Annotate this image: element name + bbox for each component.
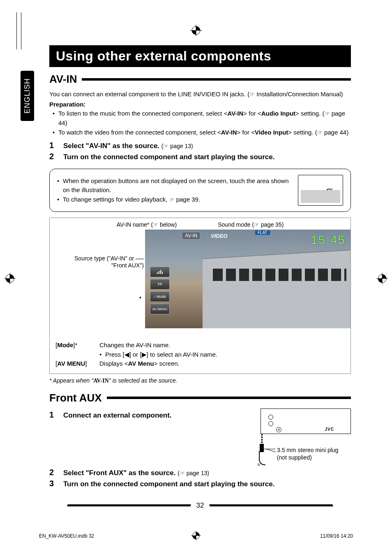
func-key-avmenu: [AV MENU] (55, 359, 95, 369)
footer-filename: EN_KW-AV50EU.indb 32 (39, 533, 94, 539)
step-number: 3 (49, 479, 57, 488)
screen-function-table: [Mode]* Changes the AV-IN name. Press [◀… (50, 337, 350, 374)
page-number: 32 (191, 501, 210, 510)
avin-step-1: 1 Select "AV-IN" as the source. (☞ page … (49, 141, 351, 150)
pointer-icon: ☞ (254, 221, 259, 228)
svg-rect-10 (159, 271, 159, 274)
aux-step-2: 2 Select "Front AUX" as the source. (☞ p… (49, 468, 351, 477)
screen-tp-button[interactable]: TP (150, 279, 170, 290)
func-row-mode: [Mode]* Changes the AV-IN name. Press [◀… (55, 341, 345, 359)
step-number: 1 (49, 141, 57, 150)
step-text: Select "AV-IN" as the source. (☞ page 13… (63, 142, 193, 150)
tip-box: When the operation buttons are not displ… (49, 169, 351, 212)
prep-bullet-video: To watch the video from the connected co… (53, 128, 351, 137)
crop-mark-left (4, 273, 16, 284)
page-number-ornament: 32 (49, 501, 351, 510)
avin-footnote: * Appears when "AV-IN" is selected as th… (49, 377, 351, 384)
callout-star: * (139, 295, 141, 302)
callout-source-type: Source type ("AV-IN" or "Front AUX") (55, 255, 144, 269)
preparation-bullets: To listen to the music from the connecte… (53, 109, 351, 138)
pointer-icon: ☞ (249, 91, 255, 97)
svg-rect-9 (157, 272, 158, 274)
section-heading-aux: Front AUX (49, 392, 351, 404)
crop-mark-right (376, 273, 388, 284)
page-edge-lines (16, 12, 29, 49)
step-number: 1 (49, 410, 57, 420)
aux-connection-diagram: JVC 3.5 mm stereo mini plug (not supplie… (244, 408, 351, 466)
crop-mark-bottom (191, 531, 201, 542)
section-heading-aux-text: Front AUX (49, 392, 102, 404)
screen-sound-mode-badge: FLAT (255, 230, 270, 235)
pointer-icon: ☞ (325, 110, 330, 117)
device-outline: JVC (261, 408, 351, 434)
avin-step-2: 2 Turn on the connected component and st… (49, 152, 351, 161)
hand-icon (324, 187, 341, 204)
leader-line (264, 449, 275, 449)
preparation-label: Preparation: (49, 101, 351, 108)
pointer-icon: ☞ (153, 221, 158, 228)
aux-step-1: 1 Connect an external component. (49, 410, 232, 420)
step-number: 2 (49, 152, 57, 161)
svg-rect-12 (162, 272, 163, 274)
pointer-icon: ☞ (169, 196, 175, 203)
jvc-logo: JVC (325, 427, 334, 432)
screen-source-tag: AV-IN (182, 232, 200, 239)
section-heading-avin-text: AV-IN (49, 73, 77, 86)
print-footer: EN_KW-AV50EU.indb 32 11/09/16 14:20 (39, 533, 353, 539)
func-key-mode: [Mode]* (55, 341, 95, 359)
cable-icon (259, 451, 265, 465)
aux-jack-icon (276, 427, 281, 432)
pointer-icon: ☞ (317, 129, 323, 136)
device-screenshot: AV-IN VIDEO FLAT 15:45 TP Mode AV MENU (145, 230, 350, 328)
screen-eq-button[interactable] (150, 267, 170, 277)
step-number: 2 (49, 468, 57, 477)
screen-mode-button[interactable]: Mode (150, 291, 170, 302)
crop-mark-top (190, 25, 202, 36)
step-text: Connect an external component. (63, 411, 172, 420)
step-text: Turn on the connected component and star… (63, 153, 274, 161)
tip-touch-area: When the operation buttons are not displ… (57, 176, 291, 195)
step-text: Select "Front AUX" as the source. (☞ pag… (63, 469, 209, 477)
screenshot-block: AV-IN name* (☞ below) Sound mode (☞ page… (49, 218, 351, 374)
callout-sound-mode: Sound mode (☞ page 35) (218, 221, 284, 228)
tip-list: When the operation buttons are not displ… (57, 176, 291, 204)
svg-rect-11 (160, 270, 161, 274)
func-val-mode: Changes the AV-IN name. Press [◀] or [▶]… (99, 341, 345, 359)
page-title: Using other external components (49, 45, 351, 67)
func-row-avmenu: [AV MENU] Displays <AV Menu> screen. (55, 359, 345, 369)
tip-video-settings: To change settings for video playback, ☞… (57, 195, 291, 204)
callout-avin-name: AV-IN name* (☞ below) (117, 221, 177, 228)
pointer-icon: ☞ (180, 470, 185, 476)
screen-avmenu-button[interactable]: AV MENU (150, 304, 170, 314)
section-heading-avin: AV-IN (49, 73, 351, 86)
triangle-right-icon: ▶ (142, 351, 147, 358)
language-tab: ENGLISH (21, 71, 34, 121)
screen-clock: 15:45 (311, 233, 346, 247)
screen-subtitle: VIDEO (211, 233, 227, 239)
touch-illustration (298, 175, 343, 206)
footer-timestamp: 11/09/16 14:20 (320, 533, 353, 539)
plug-label: 3.5 mm stereo mini plug (not supplied) (277, 446, 338, 461)
avin-lead: You can connect an external component to… (49, 90, 351, 99)
pointer-icon: ☞ (163, 143, 168, 149)
aux-step-3: 3 Turn on the connected component and st… (49, 479, 351, 488)
func-val-avmenu: Displays <AV Menu> screen. (99, 359, 345, 369)
prep-bullet-audio: To listen to the music from the connecte… (53, 109, 351, 128)
step-text: Turn on the connected component and star… (63, 480, 274, 488)
triangle-left-icon: ◀ (125, 351, 129, 358)
mini-plug-icon (260, 434, 264, 452)
